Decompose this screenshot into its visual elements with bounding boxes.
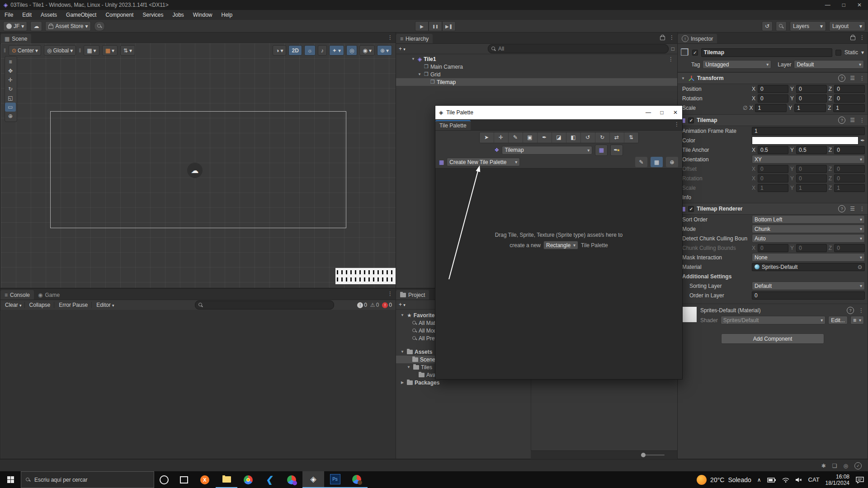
taskbar-unity-active[interactable]: ◈ — [302, 471, 324, 488]
hierarchy-add-button[interactable]: + ▾ — [399, 46, 406, 52]
color-swatch[interactable] — [752, 136, 859, 145]
editor-dropdown[interactable]: Editor ▾ — [93, 302, 118, 308]
detect-chunk-culling-dropdown[interactable]: Auto▾ — [752, 234, 865, 243]
shader-edit-button[interactable]: Edit... — [828, 316, 848, 324]
hierarchy-menu-kebab-icon[interactable]: ⋮ — [669, 34, 675, 41]
shading-mode-dropdown[interactable]: ◑▾ — [273, 45, 286, 56]
hierarchy-picker-icon[interactable]: □ — [671, 46, 675, 52]
foldout-icon[interactable]: ▼ — [406, 365, 411, 369]
tilemap-component-header[interactable]: ▦ ✓ Tilemap ?☰⋮ — [678, 114, 868, 126]
position-z-field[interactable]: 0 — [834, 85, 865, 93]
orientation-dropdown[interactable]: XY▾ — [752, 155, 865, 164]
foldout-icon[interactable]: ▼ — [400, 313, 405, 317]
menu-file[interactable]: File — [0, 12, 18, 18]
menu-component[interactable]: Component — [101, 12, 138, 18]
hierarchy-search-input[interactable]: All — [488, 44, 669, 53]
clock-widget[interactable]: 16:08 18/1/2024 — [826, 474, 849, 486]
palette-grid-toggle[interactable]: ▦ — [651, 157, 663, 167]
material-title[interactable]: Sprites-Default (Material) — [700, 307, 760, 314]
picker-tool[interactable]: ✒ — [538, 132, 552, 143]
foldout-icon[interactable]: ▼ — [410, 57, 416, 61]
object-picker-icon[interactable]: ⊙ — [858, 264, 862, 270]
palette-menu-kebab-icon[interactable]: ⋮ — [674, 121, 679, 127]
name-field[interactable]: Tilemap — [701, 48, 832, 57]
anchor-y-field[interactable]: 0.5 — [796, 146, 827, 154]
taskbar-chrome-2[interactable] — [281, 471, 302, 488]
grid-visibility-button[interactable]: ▦▾ — [84, 45, 99, 56]
tab-hierarchy[interactable]: ≡ Hierarchy — [396, 34, 433, 43]
presets-icon[interactable]: ☰ — [850, 117, 855, 123]
asset-store-button[interactable]: Asset Store▾ — [45, 21, 91, 31]
tab-scene[interactable]: ▦ Scene — [0, 34, 31, 43]
battery-icon[interactable] — [767, 477, 776, 483]
menu-assets[interactable]: Assets — [36, 12, 61, 18]
position-y-field[interactable]: 0 — [796, 85, 827, 93]
camera-dropdown[interactable]: ◉▾ — [359, 45, 375, 56]
scene-kebab-icon[interactable]: ⋮ — [668, 56, 674, 62]
foldout-icon[interactable]: ▶ — [400, 380, 405, 385]
menu-window[interactable]: Window — [189, 12, 217, 18]
animation-frame-rate-field[interactable]: 1 — [752, 127, 865, 135]
sorting-layer-dropdown[interactable]: Default▾ — [752, 282, 865, 290]
kebab-icon[interactable]: ⋮ — [859, 117, 865, 123]
tab-console[interactable]: ≡ Console — [0, 290, 34, 300]
lighting-toggle[interactable]: ☼ — [304, 45, 316, 56]
material-object-field[interactable]: Sprites-Default ⊙ — [752, 263, 865, 271]
rotate-tool[interactable]: ↻ — [5, 84, 16, 94]
transform-header[interactable]: ▼ Transform ?☰⋮ — [678, 72, 868, 84]
anchor-x-field[interactable]: 0.5 — [758, 146, 788, 154]
grid-settings-button[interactable]: ▦ — [595, 145, 608, 156]
hidden-objects-toggle[interactable]: ◎ — [346, 45, 357, 56]
tab-tile-palette[interactable]: Tile Palette — [435, 120, 471, 130]
cloud-button[interactable]: ☁ — [30, 21, 42, 31]
static-checkbox[interactable] — [835, 50, 841, 56]
account-button[interactable]: JF▾ — [3, 21, 27, 31]
taskbar-photoshop[interactable]: Ps — [324, 471, 346, 488]
kebab-icon[interactable]: ⋮ — [859, 307, 864, 314]
anchor-z-field[interactable]: 0 — [834, 146, 865, 154]
maximize-button[interactable]: □ — [842, 2, 845, 8]
position-x-field[interactable]: 0 — [758, 85, 788, 93]
rotation-y-field[interactable]: 0 — [796, 94, 827, 103]
scale-z-field[interactable]: 1 — [833, 104, 865, 112]
orientation-dropdown[interactable]: ◎ Global▾ — [44, 45, 76, 56]
info-count[interactable]: ! 0 — [357, 302, 367, 308]
scale-tool[interactable]: ◱ — [5, 94, 16, 103]
debugger-disabled-icon[interactable]: ✱ — [821, 463, 826, 469]
close-button[interactable]: ✕ — [857, 2, 862, 8]
help-icon[interactable]: ? — [838, 117, 845, 124]
warning-count[interactable]: ⚠ 0 — [370, 302, 379, 308]
play-button[interactable]: ▶ — [415, 21, 429, 31]
pause-button[interactable]: ❚❚ — [429, 21, 442, 31]
material-list-button[interactable]: ≡▾ — [850, 316, 864, 324]
lock-icon[interactable] — [850, 36, 855, 40]
layout-dropdown[interactable]: Layout▾ — [829, 21, 865, 31]
tag-dropdown[interactable]: Untagged▾ — [703, 60, 771, 69]
error-pause-button[interactable]: Error Pause — [55, 302, 92, 308]
menu-services[interactable]: Services — [138, 12, 168, 18]
overlay-handle[interactable]: ‖ — [4, 47, 6, 54]
minimize-button[interactable]: — — [825, 2, 830, 8]
tile-palette-titlebar[interactable]: ◈ Tile Palette — □ ✕ — [435, 106, 682, 119]
scale-y-field[interactable]: 1 — [794, 104, 826, 112]
notification-center-icon[interactable] — [855, 476, 864, 483]
scene-viewport[interactable]: ☁ ‖ ⊙ Center▾ ◎ Global▾ ‖ ▦▾ ▦▾ — [1, 43, 396, 288]
hierarchy-row-tilemap[interactable]: ❒ Tilemap — [396, 78, 677, 86]
rect-tool[interactable]: ▭ — [5, 103, 16, 112]
active-tilemap-dropdown[interactable]: Tilemap▾ — [502, 146, 592, 155]
transform-tool[interactable]: ⊕ — [5, 112, 16, 121]
pivot-dropdown[interactable]: ⊙ Center▾ — [9, 45, 41, 56]
pick-new-brush-button[interactable]: ✒★ — [610, 145, 623, 156]
minimize-button[interactable]: — — [642, 108, 655, 117]
search-toolbar-button[interactable] — [776, 21, 787, 31]
tilemap-enabled-checkbox[interactable]: ✓ — [688, 117, 694, 123]
flip-horizontal-tool[interactable]: ⇄ — [610, 132, 624, 143]
tilemap-renderer-header[interactable]: ▦ ✓ Tilemap Renderer ?☰⋮ — [678, 203, 868, 215]
help-icon[interactable]: ? — [847, 307, 854, 314]
tray-chevron-icon[interactable]: ∧ — [757, 477, 761, 483]
hierarchy-row-scene[interactable]: ▼ ◈ Tile1 ⋮ — [396, 55, 677, 63]
project-row-packages[interactable]: ▶ Packages — [396, 379, 677, 386]
progress-ok-icon[interactable]: ✓ — [854, 462, 862, 469]
cache-server-disabled-icon[interactable]: ❏ — [832, 463, 837, 469]
palette-drop-area[interactable]: Drag Tile, Sprite, Texture (Sprite type)… — [435, 170, 682, 379]
